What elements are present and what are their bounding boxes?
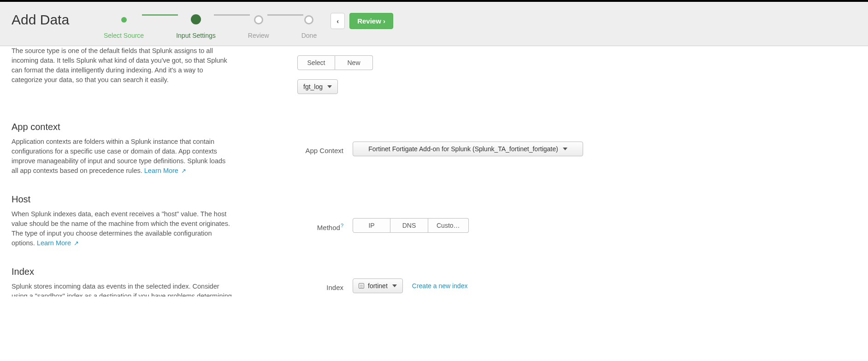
source-type-dropdown[interactable]: fgt_log — [297, 79, 338, 94]
header-bar: Add Data Select Source Input Settings Re… — [0, 2, 868, 46]
review-button[interactable]: Review › — [349, 13, 393, 29]
method-ip-button[interactable]: IP — [353, 218, 390, 233]
step-input-settings[interactable]: Input Settings — [176, 15, 216, 39]
page-title: Add Data — [12, 12, 85, 28]
method-dns-button[interactable]: DNS — [390, 218, 428, 233]
learn-more-link[interactable]: Learn More ↗ — [144, 167, 186, 174]
create-new-index-link[interactable]: Create a new index — [412, 282, 468, 290]
method-label: Method? — [297, 219, 353, 231]
step-review[interactable]: Review — [248, 15, 269, 39]
back-button[interactable]: ‹ — [331, 13, 345, 29]
index-title: Index — [12, 266, 233, 277]
source-type-mode-toggle: Select New — [297, 55, 373, 70]
wizard-steps: Select Source Input Settings Review Done — [104, 15, 317, 39]
method-custom-button[interactable]: Custo… — [428, 218, 469, 233]
step-label: Review — [248, 32, 269, 39]
external-link-icon: ↗ — [74, 240, 79, 247]
step-label: Done — [301, 32, 317, 39]
app-context-title: App context — [12, 122, 233, 132]
chevron-down-icon — [327, 85, 332, 88]
external-link-icon: ↗ — [181, 167, 186, 174]
app-context-dropdown[interactable]: Fortinet Fortigate Add-on for Splunk (Sp… — [353, 142, 583, 156]
step-done[interactable]: Done — [301, 15, 317, 39]
step-select-source[interactable]: Select Source — [104, 15, 144, 39]
select-button[interactable]: Select — [297, 55, 335, 70]
step-label: Input Settings — [176, 32, 216, 39]
source-type-description: The source type is one of the default fi… — [12, 46, 233, 85]
help-icon[interactable]: ? — [341, 223, 343, 228]
database-icon — [359, 283, 364, 289]
learn-more-link[interactable]: Learn More ↗ — [37, 239, 79, 247]
chevron-down-icon — [563, 148, 567, 150]
step-label: Select Source — [104, 32, 144, 39]
index-dropdown[interactable]: fortinet — [353, 278, 403, 293]
index-label: Index — [297, 280, 353, 291]
host-description: When Splunk indexes data, each event rec… — [12, 209, 233, 248]
chevron-down-icon — [392, 284, 397, 287]
host-title: Host — [12, 194, 233, 205]
host-method-toggle: IP DNS Custo… — [353, 218, 469, 233]
app-context-description: Application contexts are folders within … — [12, 137, 233, 176]
chevron-right-icon: › — [383, 17, 385, 25]
new-button[interactable]: New — [335, 55, 373, 70]
chevron-left-icon: ‹ — [337, 17, 339, 25]
app-context-label: App Context — [297, 143, 353, 154]
index-description: Splunk stores incoming data as events in… — [12, 282, 233, 296]
